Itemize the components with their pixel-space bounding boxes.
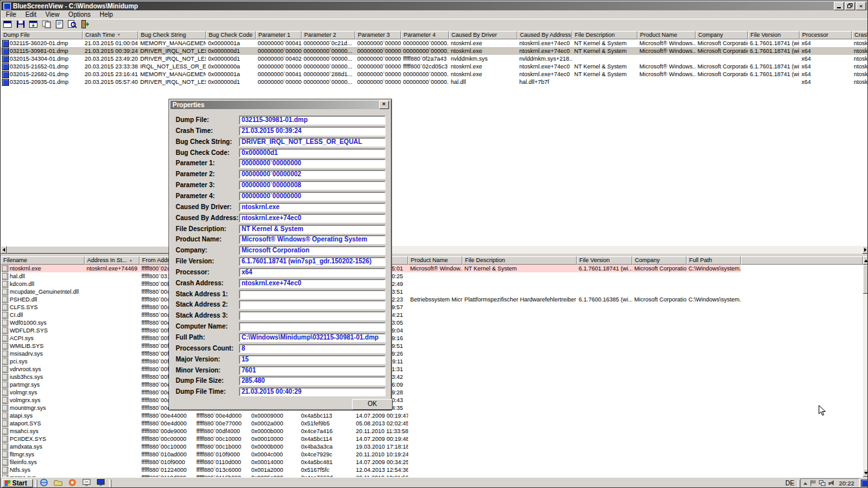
table-row[interactable]: kdcom.dllfffff800`00bc2:49 — [1, 280, 862, 288]
dialog-close-button[interactable]: × — [379, 101, 389, 109]
column-header-file-description[interactable]: File Description — [572, 31, 637, 39]
table-row[interactable]: Wdf01000.sysfffff880`00e73:05 — [1, 319, 862, 327]
field-value-file-version[interactable]: 6.1.7601.18741 (win7sp1_gdr.150202-1526) — [239, 257, 386, 266]
field-value-parameter-1[interactable]: 00000000`00000000 — [239, 159, 386, 168]
column-header-filename[interactable]: Filename — [1, 256, 85, 265]
table-row[interactable]: 032115-30981-01.dmp21.03.2015 00:39:24DR… — [1, 47, 868, 55]
menu-view[interactable]: View — [41, 11, 64, 18]
desktop-quicklaunch-button[interactable] — [81, 479, 92, 488]
restore-button[interactable] — [845, 2, 855, 10]
field-value-stack-address-3[interactable] — [239, 311, 386, 320]
language-indicator[interactable]: DE — [783, 480, 796, 487]
table-row[interactable]: mcupdate_GenuineIntel.dllfffff880`00c53:… — [1, 288, 862, 296]
taskbar-grip[interactable] — [109, 480, 112, 487]
ok-button[interactable]: OK — [352, 399, 393, 410]
table-row[interactable]: ACPI.sysfffff880`00f49:16 — [1, 334, 862, 342]
table-row[interactable]: hal.dllfffff800`031f0:25 — [1, 272, 862, 280]
table-row[interactable]: 032015-21652-01.dmp20.03.2015 23:33:38IR… — [1, 63, 868, 70]
minimize-button[interactable] — [834, 2, 844, 10]
field-value-computer-name[interactable] — [239, 322, 386, 331]
field-value-stack-address-2[interactable] — [239, 300, 386, 309]
save-button[interactable] — [14, 20, 27, 31]
action-center-flag-icon[interactable] — [811, 480, 816, 486]
column-header-address-in-st[interactable]: Address In St...▲ — [85, 256, 140, 265]
column-header-caused-by-driver[interactable]: Caused By Driver — [449, 31, 517, 39]
table-row[interactable]: WDFLDR.SYSfffff880`00f39:04 — [1, 327, 862, 334]
field-value-caused-by-address[interactable]: ntoskrnl.exe+74ec0 — [239, 214, 386, 223]
bottom-pane-vscrollbar[interactable] — [863, 256, 868, 477]
table-row[interactable]: vdrvroot.sysfffff880`00fe1:31 — [1, 365, 862, 373]
column-header-caused-by-address[interactable]: Caused By Address — [517, 31, 572, 39]
scroll-down-button[interactable] — [863, 469, 868, 477]
column-header-dump-file[interactable]: Dump File — [1, 31, 83, 39]
field-value-parameter-2[interactable]: 00000000`00000002 — [239, 170, 386, 179]
field-value-caused-by-driver[interactable]: ntoskrnl.exe — [239, 203, 386, 212]
table-row[interactable]: msisadrv.sysfffff880`00fa9:26 — [1, 350, 862, 358]
field-value-dump-file-size[interactable]: 285.480 — [239, 376, 386, 385]
table-row[interactable]: ataport.SYSfffff880`00e4d000fffff880`00e… — [1, 420, 862, 427]
advanced-options-button[interactable] — [1, 20, 14, 31]
table-row[interactable]: 032115-36020-01.dmp21.03.2015 01:00:04ME… — [1, 39, 868, 47]
field-value-crash-time[interactable]: 21.03.2015 00:39:24 — [239, 127, 386, 136]
taskbar-clock[interactable]: 20:22 — [839, 480, 854, 487]
table-row[interactable]: iusb3hcs.sysfffff880`00ff3:42 — [1, 373, 862, 381]
quick-launch-grip[interactable] — [35, 480, 37, 487]
column-header-product-name[interactable]: Product Name — [408, 256, 462, 265]
start-button[interactable]: Start — [2, 479, 33, 487]
scroll-right-button[interactable] — [862, 246, 868, 254]
column-header-bug-check-string[interactable]: Bug Check String — [138, 31, 206, 39]
close-button[interactable]: × — [856, 2, 866, 10]
column-header-crash-address[interactable]: Crash Address — [852, 31, 868, 39]
column-header-processor[interactable]: Processor — [800, 31, 852, 39]
copy-button[interactable] — [40, 20, 53, 31]
field-value-dump-file[interactable]: 032115-30981-01.dmp — [239, 116, 386, 125]
table-row[interactable]: fileinfo.sysfffff880`010f9000fffff880`01… — [1, 458, 862, 466]
column-header-crash-time[interactable]: Crash Time▼ — [83, 31, 138, 39]
field-value-company[interactable]: Microsoft Corporation — [239, 246, 386, 255]
find-button[interactable] — [66, 20, 79, 31]
table-row[interactable]: CLFS.SYSfffff880`00cb9:57 — [1, 303, 862, 311]
column-header-file-version[interactable]: File Version — [577, 256, 632, 265]
table-row[interactable]: msahci.sysfffff880`00de9000fffff880`00df… — [1, 427, 862, 435]
explorer-folder-quicklaunch-button[interactable] — [52, 479, 64, 488]
column-header-file-description[interactable]: File Description — [462, 256, 577, 265]
volume-icon[interactable] — [829, 480, 834, 486]
table-row[interactable]: 032015-34304-01.dmp20.03.2015 23:49:20DR… — [1, 55, 868, 63]
table-row[interactable]: mountmgr.sysfffff880`00e24:35 — [1, 404, 862, 412]
bluescreen-app-quicklaunch-button[interactable] — [95, 479, 107, 488]
table-row[interactable]: amdxata.sysfffff880`00c10000fffff880`00c… — [1, 443, 862, 451]
field-value-product-name[interactable]: Microsoft® Windows® Operating System — [239, 235, 386, 244]
scroll-left-button[interactable] — [1, 246, 7, 254]
field-value-minor-version[interactable]: 7601 — [239, 366, 386, 375]
field-value-bug-check-code[interactable]: 0x000000d1 — [239, 148, 386, 158]
table-row[interactable]: WMILIB.SYSfffff880`00fa9:51 — [1, 342, 862, 350]
table-row[interactable]: CI.dllfffff880`00d14:21 — [1, 311, 862, 319]
field-value-parameter-3[interactable]: 00000000`00000008 — [239, 181, 386, 190]
show-desktop-button[interactable] — [861, 480, 868, 487]
html-report-button[interactable] — [27, 20, 40, 31]
exit-button[interactable] — [79, 20, 92, 31]
field-value-processor[interactable]: x64 — [239, 268, 386, 277]
field-value-parameter-4[interactable]: 00000000`00000000 — [239, 192, 386, 201]
table-row[interactable]: 032015-20935-01.dmp20.03.2015 05:57:40DR… — [1, 78, 868, 86]
field-value-stack-address-1[interactable] — [239, 290, 386, 299]
field-value-full-path[interactable]: C:\Windows\Minidump\032115-30981-01.dmp — [239, 333, 386, 342]
menu-options[interactable]: Options — [64, 11, 95, 18]
network-tray-icon[interactable] — [819, 480, 825, 486]
field-value-file-description[interactable]: NT Kernel & System — [239, 225, 386, 234]
column-header-file-version[interactable]: File Version — [748, 31, 800, 39]
column-header-company[interactable]: Company — [632, 256, 687, 265]
table-row[interactable]: Ntfs.sysfffff880`01224000fffff880`013c60… — [1, 466, 862, 474]
dialog-title-bar[interactable]: Properties × — [170, 101, 390, 109]
menu-file[interactable]: File — [1, 11, 21, 18]
top-pane-hscrollbar[interactable] — [1, 246, 868, 254]
field-value-bug-check-string[interactable]: DRIVER_IRQL_NOT_LESS_OR_EQUAL — [239, 137, 386, 147]
column-header-full-path[interactable]: Full Path — [687, 256, 741, 265]
field-value-major-version[interactable]: 15 — [239, 355, 386, 364]
tray-expand-icon[interactable] — [803, 482, 807, 485]
table-row[interactable]: fltmgr.sysfffff880`010ad000fffff880`010f… — [1, 451, 862, 458]
column-header-parameter-4[interactable]: Parameter 4 — [401, 31, 449, 39]
ie-quicklaunch-button[interactable] — [38, 479, 50, 488]
title-bar[interactable]: BlueScreenView - C:\Windows\Minidump × — [1, 1, 867, 10]
field-value-processors-count[interactable]: 8 — [239, 344, 386, 353]
